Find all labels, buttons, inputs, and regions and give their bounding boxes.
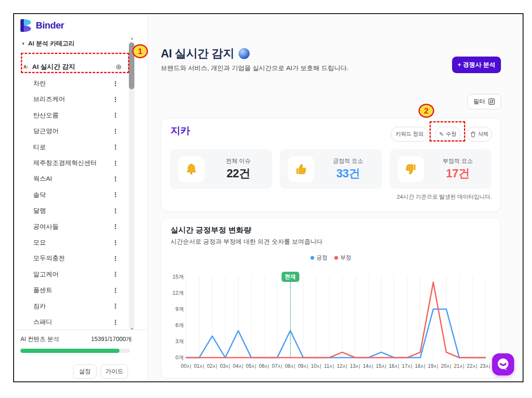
sidebar-item-label: 짐카 (33, 302, 46, 310)
scroll-up-icon[interactable]: ▲ (130, 36, 134, 40)
svg-text:00시: 00시 (181, 363, 191, 369)
binder-logo-text: Binder (36, 20, 64, 31)
chat-widget-button[interactable] (492, 353, 514, 375)
chevron-down-icon: ▼ (21, 42, 25, 46)
kebab-menu-icon[interactable]: ⋮ (112, 143, 119, 151)
delete-button[interactable]: 삭제 (467, 127, 492, 142)
settings-button[interactable]: 설정 (73, 364, 97, 379)
usage-progress-fill (20, 349, 119, 353)
sidebar-item-7[interactable]: 웍스AI⋮ (21, 171, 129, 187)
kebab-menu-icon[interactable]: ⋮ (112, 255, 119, 262)
sidebar-item-10[interactable]: 공여사들⋮ (21, 219, 129, 235)
binder-app: Binder ▼ AI 분석 카테고리 A↑ AI 실시간 감지 ⊕ 차란⋮브리… (0, 0, 532, 398)
svg-text:17시: 17시 (402, 363, 413, 369)
stats-footnote: 24시간 기준으로 발생된 데이터입니다. (397, 193, 492, 201)
svg-text:10시: 10시 (311, 363, 321, 369)
stat-card-negative: 부정적 요소 17건 (390, 149, 492, 189)
sidebar-item-6[interactable]: 제주창조경제혁신센터⋮ (21, 155, 129, 171)
kebab-menu-icon[interactable]: ⋮ (112, 302, 119, 310)
sidebar: Binder ▼ AI 분석 카테고리 A↑ AI 실시간 감지 ⊕ 차란⋮브리… (14, 14, 148, 381)
kebab-menu-icon[interactable]: ⋮ (112, 318, 119, 326)
svg-text:18시: 18시 (415, 363, 426, 369)
kebab-menu-icon[interactable]: ⋮ (112, 175, 119, 183)
kebab-menu-icon[interactable]: ⋮ (112, 191, 119, 199)
svg-text:01시: 01시 (194, 363, 205, 369)
kebab-menu-icon[interactable]: ⋮ (112, 287, 119, 294)
kebab-menu-icon[interactable]: ⋮ (112, 80, 119, 88)
sidebar-item-15[interactable]: 짐카⋮ (21, 298, 129, 314)
sidebar-item-label: 웍스AI (33, 175, 52, 183)
stat-value: 17건 (446, 166, 470, 181)
chat-bubble-icon (496, 357, 510, 372)
svg-text:12시: 12시 (337, 363, 347, 369)
kebab-menu-icon[interactable]: ⋮ (112, 159, 119, 167)
sidebar-item-ai-realtime-detect[interactable]: A↑ AI 실시간 감지 ⊕ (21, 57, 129, 77)
kebab-menu-icon[interactable]: ⋮ (112, 207, 119, 215)
sidebar-item-label: 당근영어 (33, 127, 59, 135)
pencil-icon: ✎ (439, 131, 444, 137)
sidebar-item-label: 공여사들 (33, 223, 59, 231)
bell-icon (178, 156, 205, 182)
svg-text:11시: 11시 (324, 363, 334, 369)
sidebar-item-12[interactable]: 모두의충전⋮ (21, 250, 129, 266)
stats-row: 전체 이슈 22건 긍정적 요소 33건 (170, 149, 492, 189)
svg-text:02시: 02시 (207, 363, 217, 369)
sidebar-item-label: 탄산오름 (33, 111, 59, 119)
kebab-menu-icon[interactable]: ⋮ (112, 223, 119, 230)
current-time-badge: 현재 (282, 272, 299, 282)
kebab-menu-icon[interactable]: ⋮ (112, 239, 119, 247)
binder-logo[interactable]: Binder (20, 19, 64, 32)
sidebar-item-label: 솔닥 (33, 191, 46, 199)
svg-text:20시: 20시 (441, 363, 452, 369)
page-subtitle: 브랜드와 서비스, 개인과 기업을 실시간으로 AI가 보호해 드립니다. (161, 64, 349, 72)
svg-text:9개: 9개 (176, 306, 184, 312)
sidebar-item-label: 모두의충전 (33, 254, 65, 262)
scrollbar-thumb[interactable] (129, 43, 134, 89)
sidebar-item-14[interactable]: 폴센트⋮ (21, 282, 129, 298)
add-competitor-button[interactable]: + 경쟁사 분석 (452, 57, 501, 73)
guide-button[interactable]: 가이드 (101, 364, 128, 379)
sidebar-item-16[interactable]: 스패디⋮ (21, 314, 129, 330)
category-label: AI 분석 카테고리 (28, 40, 75, 48)
sidebar-item-11[interactable]: 모요⋮ (21, 235, 129, 250)
edit-button[interactable]: ✎ 수정 (435, 127, 461, 142)
kebab-menu-icon[interactable]: ⋮ (112, 96, 119, 103)
stat-card-total: 전체 이슈 22건 (170, 149, 272, 189)
stat-label: 부정적 요소 (443, 157, 473, 165)
filter-button[interactable]: 필터 (467, 94, 501, 109)
blue-sphere-icon (239, 48, 250, 59)
sidebar-item-1[interactable]: 차란⋮ (21, 76, 129, 91)
sidebar-item-8[interactable]: 솔닥⋮ (21, 187, 129, 203)
trash-icon (470, 131, 476, 137)
sidebar-item-13[interactable]: 알고케어⋮ (21, 267, 129, 282)
usage-progress-track (20, 349, 130, 353)
sidebar-item-2[interactable]: 브리즈케어⋮ (21, 91, 129, 107)
svg-text:3개: 3개 (176, 338, 184, 344)
sidebar-item-3[interactable]: 탄산오름⋮ (21, 108, 129, 123)
sidebar-item-label: 브리즈케어 (33, 95, 65, 103)
current-time-line (290, 282, 291, 358)
kebab-menu-icon[interactable]: ⋮ (112, 270, 119, 278)
stat-label: 긍정적 요소 (333, 157, 363, 165)
add-circle-icon[interactable]: ⊕ (116, 63, 122, 71)
thumbs-down-icon (398, 156, 424, 182)
svg-text:14시: 14시 (363, 363, 373, 369)
sidebar-item-label: 모요 (33, 239, 46, 247)
filter-button-label: 필터 (473, 98, 485, 105)
svg-text:19시: 19시 (428, 363, 438, 369)
svg-text:15시: 15시 (376, 363, 387, 369)
sidebar-item-5[interactable]: 티로⋮ (21, 139, 129, 155)
sidebar-item-4[interactable]: 당근영어⋮ (21, 123, 129, 139)
sidebar-item-label: 제주창조경제혁신센터 (33, 159, 97, 167)
svg-text:13시: 13시 (350, 363, 361, 369)
svg-text:08시: 08시 (285, 363, 296, 369)
detect-item-label: AI 실시간 감지 (32, 63, 75, 71)
sidebar-item-9[interactable]: 달램⋮ (21, 203, 129, 219)
sidebar-item-label: 알고케어 (33, 270, 59, 279)
page-title: AI 실시간 감지 (161, 46, 250, 61)
kebab-menu-icon[interactable]: ⋮ (112, 111, 119, 119)
svg-text:12개: 12개 (173, 290, 184, 296)
sidebar-category-toggle[interactable]: ▼ AI 분석 카테고리 (21, 40, 74, 48)
keyword-definition-button[interactable]: 키워드 정의 (391, 127, 428, 142)
kebab-menu-icon[interactable]: ⋮ (112, 128, 119, 135)
